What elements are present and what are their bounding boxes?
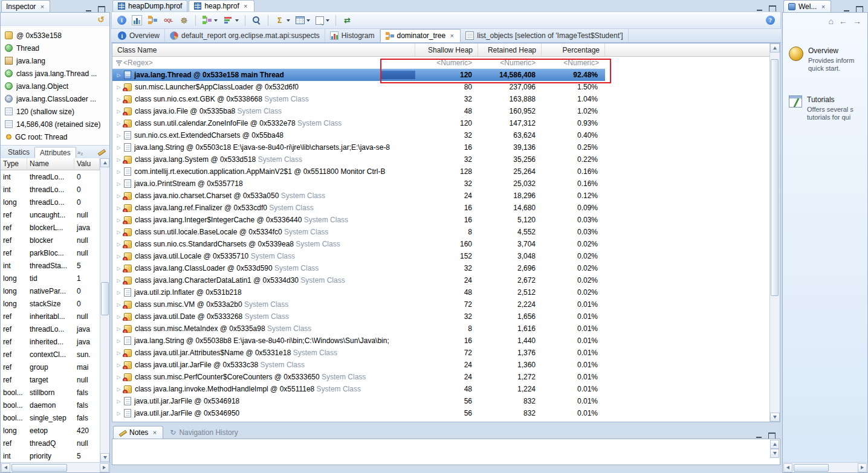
histogram-icon-button[interactable] bbox=[130, 13, 144, 27]
col-type[interactable]: Type bbox=[1, 158, 27, 170]
expand-arrow-icon[interactable] bbox=[115, 121, 123, 126]
attribute-row[interactable]: ref contextCl... sun. bbox=[1, 348, 100, 361]
regex-filter[interactable]: <Regex> bbox=[112, 59, 415, 67]
dominator-row[interactable]: class sun.misc.VM @ 0x533a2b0 System Cla… bbox=[112, 298, 605, 311]
attribute-row[interactable]: int threadSta... 5 bbox=[1, 259, 100, 272]
forward-arrow-icon[interactable] bbox=[853, 16, 861, 26]
dropdown-arrow-icon[interactable] bbox=[326, 19, 329, 24]
scroll-up-icon[interactable] bbox=[100, 158, 109, 167]
scroll-down-icon[interactable] bbox=[770, 449, 779, 458]
info-icon-button[interactable] bbox=[115, 13, 128, 27]
tab-inspector[interactable]: Inspector bbox=[1, 0, 50, 12]
export-icon-button[interactable] bbox=[314, 13, 331, 27]
inspector-info-item[interactable]: Thread bbox=[1, 42, 109, 54]
dominator-row[interactable]: class java.lang.ClassLoader @ 0x533d590 … bbox=[112, 262, 605, 274]
dominator-row[interactable]: java.util.zip.Inflater @ 0x531b218 48 2,… bbox=[112, 286, 605, 298]
col-name[interactable]: Name bbox=[27, 158, 74, 170]
inspector-info-item[interactable]: 14,586,408 (retained size) bbox=[1, 118, 109, 130]
dominator-row[interactable]: sun.nio.cs.ext.ExtendedCharsets @ 0x55ba… bbox=[112, 129, 605, 141]
close-icon[interactable] bbox=[151, 430, 158, 436]
scroll-left-icon[interactable] bbox=[783, 463, 792, 472]
attribute-row[interactable]: long threadLo... 0 bbox=[1, 196, 100, 208]
sync-snapshot-icon[interactable] bbox=[97, 14, 105, 24]
dominator-row[interactable]: class java.lang.ref.Finalizer @ 0x533cdf… bbox=[112, 202, 605, 214]
expand-arrow-icon[interactable] bbox=[115, 375, 123, 380]
attribute-row[interactable]: int priority 5 bbox=[1, 449, 100, 462]
close-icon[interactable] bbox=[242, 3, 249, 10]
compare-icon-button[interactable] bbox=[340, 13, 354, 27]
expand-arrow-icon[interactable] bbox=[115, 72, 123, 78]
col-percentage[interactable]: Percentage bbox=[542, 43, 605, 56]
scroll-thumb[interactable] bbox=[101, 282, 109, 315]
expand-arrow-icon[interactable] bbox=[115, 133, 123, 138]
expand-arrow-icon[interactable] bbox=[115, 157, 123, 162]
expand-arrow-icon[interactable] bbox=[115, 181, 123, 187]
numeric-filter-percentage[interactable]: <Numeric> bbox=[542, 59, 605, 67]
scroll-thumb[interactable] bbox=[11, 464, 67, 472]
tab-overflow-chevron[interactable]: »₂ bbox=[77, 149, 83, 156]
grouping-icon-button[interactable] bbox=[221, 13, 241, 27]
oql-icon-button[interactable]: OQL bbox=[161, 13, 175, 27]
expand-arrow-icon[interactable] bbox=[115, 145, 123, 150]
expand-arrow-icon[interactable] bbox=[115, 278, 123, 283]
dominator-row[interactable]: class sun.nio.cs.ext.GBK @ 0x5338668 Sys… bbox=[112, 93, 605, 105]
dominator-row[interactable]: sun.misc.Launcher$AppClassLoader @ 0x532… bbox=[112, 81, 605, 93]
scroll-right-icon[interactable] bbox=[100, 463, 109, 472]
col-shallow-heap[interactable]: Shallow Heap bbox=[415, 43, 478, 56]
attribute-row[interactable]: ref threadLo... java bbox=[1, 323, 100, 335]
maximize-icon[interactable] bbox=[855, 5, 863, 12]
attribute-row[interactable]: ref parkBloc... null bbox=[1, 246, 100, 259]
close-icon[interactable] bbox=[39, 3, 45, 10]
expand-arrow-icon[interactable] bbox=[115, 387, 123, 392]
home-icon[interactable] bbox=[829, 16, 834, 26]
attributes-vertical-scrollbar[interactable] bbox=[100, 158, 109, 462]
tab-statics[interactable]: Statics bbox=[3, 147, 34, 158]
customize-table-icon-button[interactable] bbox=[294, 13, 312, 27]
inspector-info-item[interactable]: 120 (shallow size) bbox=[1, 105, 109, 118]
dominator-row[interactable]: class java.io.File @ 0x5335ba8 System Cl… bbox=[112, 105, 605, 117]
tab-attributes[interactable]: Attributes bbox=[34, 147, 76, 158]
col-class-name[interactable]: Class Name bbox=[112, 43, 415, 56]
dominator-row[interactable]: class java.util.jar.JarFile @ 0x5333c38 … bbox=[112, 359, 605, 371]
expand-arrow-icon[interactable] bbox=[115, 399, 123, 404]
dominator-row[interactable]: java.io.PrintStream @ 0x5357718 32 25,03… bbox=[112, 178, 605, 190]
expand-arrow-icon[interactable] bbox=[115, 205, 123, 211]
attribute-row[interactable]: long nativePar... 0 bbox=[1, 285, 100, 297]
expand-arrow-icon[interactable] bbox=[115, 169, 123, 175]
inspector-info-item[interactable]: java.lang.Object bbox=[1, 80, 109, 92]
minimize-icon[interactable] bbox=[85, 5, 93, 12]
notes-scrollbar[interactable] bbox=[770, 440, 779, 458]
editor-tab-heapdump[interactable]: heapDump.hprof bbox=[112, 0, 187, 11]
expand-arrow-icon[interactable] bbox=[115, 290, 123, 295]
inspector-horizontal-scrollbar[interactable] bbox=[1, 462, 109, 472]
dominator-row[interactable]: class java.nio.charset.Charset @ 0x533a0… bbox=[112, 190, 605, 202]
dominator-row[interactable]: class java.lang.System @ 0x533d518 Syste… bbox=[112, 153, 605, 166]
dominator-row[interactable]: com.intellij.rt.execution.application.Ap… bbox=[112, 166, 605, 178]
expand-arrow-icon[interactable] bbox=[115, 411, 123, 416]
col-retained-heap[interactable]: Retained Heap bbox=[478, 43, 542, 56]
attribute-row[interactable]: bool... single_step fals bbox=[1, 411, 100, 424]
attribute-row[interactable]: ref inheritabl... null bbox=[1, 310, 100, 323]
dominator-row[interactable]: class sun.misc.PerfCounter$CoreCounters … bbox=[112, 371, 605, 383]
attribute-row[interactable]: ref threadQ null bbox=[1, 437, 100, 449]
thread-overview-icon-button[interactable] bbox=[177, 13, 191, 27]
numeric-filter-retained[interactable]: <Numeric> bbox=[478, 59, 542, 67]
welcome-item-title[interactable]: Overview bbox=[808, 47, 854, 55]
expand-arrow-icon[interactable] bbox=[115, 109, 123, 114]
pencil-icon[interactable] bbox=[97, 149, 105, 155]
dominator-row[interactable]: class sun.util.locale.BaseLocale @ 0x533… bbox=[112, 226, 605, 238]
table-vertical-scrollbar[interactable] bbox=[769, 43, 780, 422]
expand-arrow-icon[interactable] bbox=[115, 362, 123, 368]
scroll-up-icon[interactable] bbox=[770, 440, 779, 449]
attribute-row[interactable]: int threadLo... 0 bbox=[1, 170, 100, 183]
dominator-row[interactable]: class sun.nio.cs.StandardCharsets @ 0x53… bbox=[112, 238, 605, 250]
dominator-row[interactable]: class java.util.Locale @ 0x5335710 Syste… bbox=[112, 250, 605, 262]
attribute-row[interactable]: ref uncaught... null bbox=[1, 208, 100, 221]
expand-arrow-icon[interactable] bbox=[115, 326, 123, 332]
editor-tab-heap[interactable]: heap.hprof bbox=[189, 0, 254, 11]
dominator-row[interactable]: java.util.jar.JarFile @ 0x5346950 56 832… bbox=[112, 407, 605, 419]
minimize-icon[interactable] bbox=[756, 432, 763, 439]
close-icon[interactable] bbox=[820, 3, 826, 10]
expand-arrow-icon[interactable] bbox=[115, 314, 123, 320]
welcome-item-tutorials[interactable]: Tutorials Offers several stutorials for … bbox=[783, 95, 867, 121]
